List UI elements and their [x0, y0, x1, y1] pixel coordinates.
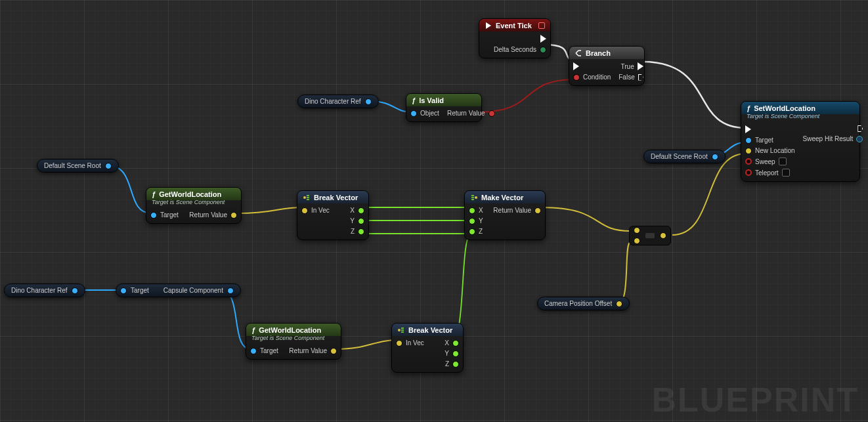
var-default-scene-root-left[interactable]: Default Scene Root: [37, 159, 119, 173]
node-title: SetWorldLocation: [754, 104, 815, 112]
pin-a[interactable]: [634, 227, 640, 234]
pin-z[interactable]: Z: [445, 360, 459, 368]
var-label: Default Scene Root: [651, 153, 708, 160]
var-camera-position-offset[interactable]: Camera Position Offset: [537, 297, 630, 310]
node-header: Branch: [569, 47, 644, 59]
node-make-vector[interactable]: Make Vector X Y Z Return Value: [464, 190, 546, 240]
break-icon: [303, 194, 311, 201]
node-set-world-location[interactable]: ƒ SetWorldLocation Target is Scene Compo…: [741, 101, 860, 182]
pin-true[interactable]: True: [618, 62, 643, 70]
node-subtitle: Target is Scene Component: [246, 335, 341, 344]
node-break-vector-lower[interactable]: Break Vector In Vec X Y Z: [391, 323, 464, 373]
break-icon: [397, 326, 405, 334]
pin-in-vec[interactable]: In Vec: [396, 339, 424, 347]
pin-false[interactable]: False: [618, 74, 643, 81]
event-badge: [538, 22, 545, 29]
var-label: Capsule Component: [163, 287, 223, 294]
var-label: Dino Character Ref: [11, 287, 68, 294]
var-label: Dino Character Ref: [305, 98, 361, 105]
pin-out[interactable]: [616, 301, 622, 307]
pin-return-value[interactable]: Return Value: [447, 110, 495, 117]
pin-sweep[interactable]: Sweep: [745, 158, 795, 165]
node-get-world-location-lower[interactable]: ƒ GetWorldLocation Target is Scene Compo…: [246, 323, 341, 360]
event-icon: [485, 22, 492, 30]
node-event-tick[interactable]: Event Tick Delta Seconds: [479, 18, 551, 58]
var-dino-character-ref-bottom[interactable]: Dino Character Ref: [4, 284, 85, 297]
function-icon: ƒ: [412, 96, 416, 104]
pin-exec-out[interactable]: [803, 125, 863, 132]
var-default-scene-root-right[interactable]: Default Scene Root: [643, 150, 726, 163]
node-title: Branch: [586, 49, 611, 57]
node-subtitle: Target is Scene Component: [146, 199, 241, 208]
node-title: Make Vector: [481, 194, 523, 201]
var-label: Default Scene Root: [44, 162, 101, 169]
pin-delta-seconds[interactable]: Delta Seconds: [494, 46, 546, 53]
node-title: Is Valid: [419, 96, 444, 104]
operator-icon: [645, 233, 655, 238]
pin-out[interactable]: [365, 98, 372, 105]
pin-exec-in[interactable]: [573, 62, 611, 70]
node-title: Break Vector: [314, 194, 358, 201]
node-header: Event Tick: [479, 19, 550, 32]
pin-out[interactable]: [72, 287, 78, 294]
function-icon: ƒ: [747, 104, 750, 112]
node-branch[interactable]: Branch Condition True False: [569, 46, 645, 86]
target-label: Target: [131, 287, 149, 294]
pin-target[interactable]: Target: [150, 211, 179, 219]
node-title: Break Vector: [408, 326, 452, 334]
node-break-vector-upper[interactable]: Break Vector In Vec X Y Z: [297, 190, 369, 240]
pin-sweep-hit-result[interactable]: Sweep Hit Result: [803, 135, 863, 142]
node-header: Make Vector: [465, 191, 545, 203]
svg-point-2: [398, 329, 401, 331]
function-icon: ƒ: [251, 326, 255, 334]
pin-return-value[interactable]: Return Value: [493, 207, 541, 214]
pin-condition[interactable]: Condition: [573, 74, 611, 81]
var-label: Camera Position Offset: [544, 300, 612, 307]
node-header: ƒ Is Valid: [406, 94, 481, 106]
pin-out[interactable]: [105, 163, 112, 169]
pin-y[interactable]: Y: [350, 217, 364, 224]
pin-target[interactable]: Target: [250, 347, 278, 354]
pin-return-value[interactable]: Return Value: [189, 211, 237, 219]
node-title: Event Tick: [496, 22, 532, 30]
pin-in-vec[interactable]: In Vec: [301, 207, 330, 214]
pin-out[interactable]: [227, 287, 234, 294]
svg-point-1: [475, 196, 477, 199]
watermark: BLUEPRINT: [651, 380, 859, 419]
node-title: GetWorldLocation: [159, 190, 221, 198]
node-header: Break Vector: [392, 324, 463, 336]
pin-return-value[interactable]: Return Value: [289, 347, 337, 354]
branch-icon: [575, 49, 582, 57]
node-vector-add[interactable]: [629, 226, 671, 245]
var-dino-character-ref-top[interactable]: Dino Character Ref: [297, 95, 379, 108]
pin-exec-in[interactable]: [745, 125, 795, 133]
pin-out[interactable]: [660, 232, 666, 239]
pin-object[interactable]: Object: [410, 110, 439, 117]
node-get-world-location-upper[interactable]: ƒ GetWorldLocation Target is Scene Compo…: [146, 187, 242, 224]
node-is-valid[interactable]: ƒ Is Valid Object Return Value: [406, 93, 482, 122]
svg-point-0: [303, 196, 306, 199]
pin-z[interactable]: Z: [350, 228, 364, 235]
pin-x[interactable]: X: [469, 207, 483, 214]
pin-x[interactable]: X: [445, 339, 459, 347]
pin-z[interactable]: Z: [469, 228, 483, 235]
pin-x[interactable]: X: [350, 207, 364, 214]
pin-new-location[interactable]: New Location: [745, 147, 795, 154]
sweep-checkbox: [779, 158, 787, 165]
teleport-checkbox: [782, 169, 790, 177]
make-icon: [470, 194, 478, 201]
pin-teleport[interactable]: Teleport: [745, 169, 795, 177]
node-title: GetWorldLocation: [259, 326, 321, 334]
pin-y[interactable]: Y: [469, 217, 483, 224]
pin-target-in[interactable]: [120, 287, 127, 294]
pin-b[interactable]: [634, 238, 640, 244]
pin-out[interactable]: [712, 154, 718, 160]
pin-exec-out[interactable]: [494, 35, 546, 43]
node-subtitle: Target is Scene Component: [741, 113, 859, 122]
var-capsule-component[interactable]: Target Capsule Component: [116, 284, 241, 297]
pin-target[interactable]: Target: [745, 137, 795, 144]
function-icon: ƒ: [152, 190, 156, 198]
pin-y[interactable]: Y: [445, 350, 459, 357]
node-header: Break Vector: [297, 191, 368, 203]
